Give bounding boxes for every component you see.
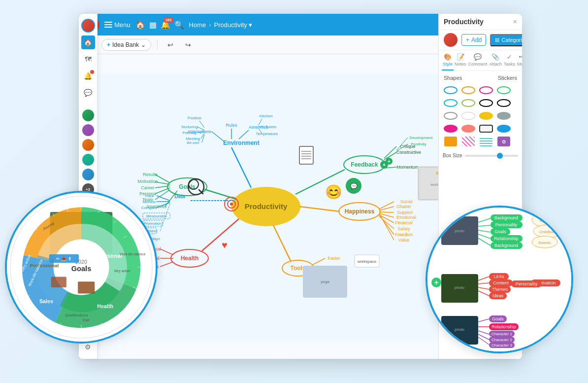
user-avatar[interactable] [81,19,95,33]
sidebar-panel-title: Productivity [444,18,484,26]
idea-bank-arrow: ⌄ [141,41,146,48]
svg-text:Goals: Goals [492,316,504,321]
svg-text:Childhood: Childhood [539,230,557,234]
svg-text:workspace: workspace [357,259,377,264]
shapes-section-header: Shapes Stickers [439,71,522,83]
svg-text:✏ 📤 ⬆: ✏ 📤 ⬆ [56,256,72,262]
shape-cyan-oval[interactable] [443,98,458,108]
shape-white2-oval[interactable] [460,110,476,121]
home-nav-icon[interactable]: 🏠 [135,20,145,30]
svg-text:Value: Value [398,238,409,243]
categories-label: Categories [501,37,522,43]
shape-green2-oval[interactable] [496,98,512,108]
shape-salmon-filled[interactable] [460,123,476,134]
style-tab-label: Style [443,62,453,67]
svg-text:Nurturing: Nurturing [182,125,198,129]
nav-icons-group: 🏠 ▦ 🔔 183 🔍 [135,20,184,30]
svg-text:Personality: Personality [495,222,518,227]
sidebar-close-button[interactable]: × [513,18,517,26]
svg-text:Charter: Charter [396,204,411,209]
shape-green-oval[interactable] [496,85,512,96]
add-button[interactable]: + Add [461,34,486,46]
tab-comment[interactable]: 💬 Comment [467,50,489,70]
sidebar-tabs: 🎨 Style 📝 Notes 💬 Comment 📎 Attach ✓ Tas… [439,50,522,71]
svg-text:Salary: Salary [397,226,410,231]
svg-rect-120 [299,146,313,164]
svg-text:+: + [388,159,391,164]
undo-button[interactable]: ↩ [163,38,177,52]
sticker-pattern1[interactable] [460,136,476,147]
donut-chart-svg: 2020 Goals Personal Health Sales Profess… [7,191,156,344]
shape-lime-oval[interactable] [460,98,476,108]
sticker-flower[interactable]: ✿ [496,136,512,147]
shape-blue-filled[interactable] [496,123,512,134]
svg-text:+: + [383,162,386,168]
svg-text:photo: photo [455,327,465,332]
svg-text:Relationship: Relationship [491,324,516,329]
sticker-orange[interactable] [443,136,458,147]
left-circle-zoom: 2020 Goals Personal Health Sales Profess… [5,191,158,344]
idea-bank-button[interactable]: + Idea Bank ⌄ [101,39,151,51]
tab-style[interactable]: 🎨 Style [442,50,454,70]
svg-text:Sales: Sales [39,298,53,304]
svg-text:yoga: yoga [321,279,329,284]
tasks-tab-label: Tasks [504,62,515,67]
sidebar-nav-chat[interactable]: 💬 [81,86,95,100]
shapes-row-2 [443,98,518,108]
sidebar-nav-home[interactable]: 🏠 [81,35,95,49]
shape-selected[interactable] [478,123,494,134]
sidebar-nav-map[interactable]: 🗺 [81,52,95,66]
svg-text:💬: 💬 [350,182,358,190]
idea-bank-label: Idea Bank [112,41,139,48]
shape-pink-filled[interactable] [443,123,458,134]
svg-text:Constructive: Constructive [396,150,421,155]
box-size-row: Box Size [439,151,522,160]
box-size-thumb [497,153,503,159]
svg-text:Diet: Diet [83,318,90,322]
svg-text:Toilets: Toilets [265,125,277,129]
right-circle-zoom: photo Background Personality Goals Relat… [425,206,573,353]
svg-text:Happiness: Happiness [345,208,375,215]
shape-pink-oval[interactable] [478,85,494,96]
redo-button[interactable]: ↪ [181,38,195,52]
sidebar-nav-notifications[interactable]: 🔔 [81,69,95,83]
comment-tab-label: Comment [468,62,488,67]
svg-text:Themes: Themes [492,287,508,292]
svg-text:Momentum: Momentum [396,165,419,170]
categories-button[interactable]: ⊞ Categories [490,34,522,46]
svg-text:Positive: Positive [188,116,202,120]
svg-text:Career: Career [540,218,552,223]
search-nav-icon[interactable]: 🔍 [174,20,184,30]
svg-text:Events: Events [539,241,551,245]
attach-tab-label: Attach [490,62,502,67]
breadcrumb-home[interactable]: Home [189,21,206,29]
shape-gray-filled[interactable] [496,110,512,121]
svg-text:Rules: Rules [226,123,237,128]
svg-text:Personal: Personal [98,252,122,259]
shape-orange-oval[interactable] [460,85,476,96]
notifications-nav-icon[interactable]: 🔔 183 [161,20,170,30]
breadcrumb-current[interactable]: Productivity ▾ [214,21,253,29]
shape-blue-oval[interactable] [443,85,458,96]
box-size-slider[interactable] [465,155,518,157]
shape-pink2-oval[interactable] [478,98,494,108]
shape-yellow-filled[interactable] [478,110,494,121]
tab-notes[interactable]: 📝 Notes [454,50,467,70]
sidebar-user-avatar [444,33,457,47]
notes-tab-label: Notes [455,62,466,67]
menu-button[interactable]: Menu [104,21,131,29]
hamburger-icon [104,22,112,28]
more-tab-label: More [517,62,522,67]
svg-text:♥: ♥ [222,240,228,250]
svg-text:Results: Results [143,172,158,177]
tab-more[interactable]: ••• More [516,50,522,70]
svg-text:Work-life balance: Work-life balance [120,252,146,256]
sidebar-header: Productivity × [439,14,522,30]
tab-attach[interactable]: 📎 Attach [489,50,503,70]
shape-white-oval[interactable] [443,110,458,121]
grid-nav-icon[interactable]: ▦ [149,20,157,30]
tab-tasks[interactable]: ✓ Tasks [503,50,516,70]
tasks-tab-icon: ✓ [507,53,512,61]
sticker-pattern2[interactable] [478,136,494,147]
svg-text:Faster: Faster [327,256,340,261]
